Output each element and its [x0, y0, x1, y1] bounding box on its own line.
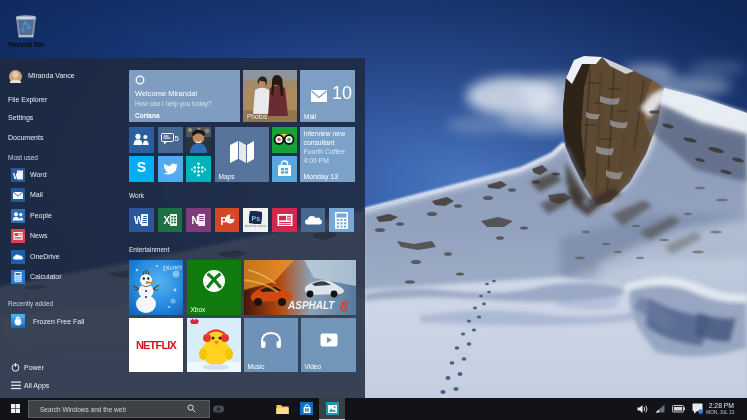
svg-text:W: W: [134, 215, 144, 226]
svg-text:8: 8: [340, 298, 348, 314]
svg-text:X: X: [163, 215, 170, 226]
svg-text:Ps: Ps: [251, 215, 260, 222]
svg-text:P: P: [220, 216, 227, 227]
svg-text:ASPHALT: ASPHALT: [287, 300, 335, 311]
svg-text:N: N: [192, 215, 199, 226]
svg-text:W: W: [13, 171, 22, 181]
